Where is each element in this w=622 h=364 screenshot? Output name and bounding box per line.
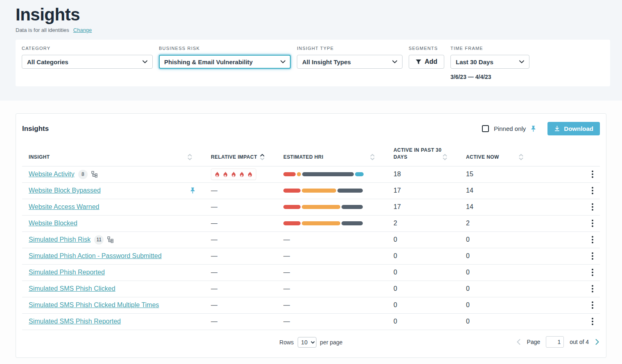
impact-empty: — — [211, 252, 217, 259]
row-menu-button[interactable] — [589, 234, 596, 245]
insight-link[interactable]: Website Blocked — [29, 220, 77, 227]
row-menu-button[interactable] — [589, 251, 596, 261]
insight-link[interactable]: Simulated SMS Phish Clicked Multiple Tim… — [29, 301, 159, 309]
active-now-value: 14 — [466, 203, 548, 211]
rows-per-page-select[interactable]: 10 — [297, 337, 316, 348]
active-past-30-value: 2 — [394, 220, 466, 227]
sort-carets-icon[interactable] — [188, 153, 192, 161]
pushpin-icon — [531, 126, 536, 132]
time-frame-select[interactable]: Last 30 Days — [450, 55, 529, 69]
row-menu-button[interactable] — [589, 169, 596, 180]
active-past-30-value: 0 — [394, 236, 466, 243]
table-row: Website Access Warned — 17 14 — [22, 199, 600, 216]
flame-icon — [231, 171, 236, 178]
download-button[interactable]: Download — [547, 122, 600, 135]
hri-segment-orange — [302, 205, 340, 209]
insights-card: Insights Pinned only Download INSIGHT RE… — [16, 113, 606, 358]
column-header-insight[interactable]: INSIGHT — [29, 153, 211, 161]
insight-link[interactable]: Website Activity — [29, 171, 75, 178]
impact-empty: — — [211, 285, 217, 292]
download-icon — [554, 126, 560, 132]
row-menu-button[interactable] — [589, 316, 596, 327]
active-past-30-value: 18 — [394, 171, 466, 178]
insight-link[interactable]: Simulated SMS Phish Reported — [29, 318, 121, 325]
sort-carets-icon[interactable] — [260, 153, 265, 161]
table-header: INSIGHT RELATIVE IMPACT ESTIMATED HRI AC… — [22, 147, 600, 166]
impact-empty: — — [211, 203, 217, 210]
active-past-30-value: 17 — [394, 203, 466, 211]
add-segment-button[interactable]: Add — [409, 55, 444, 69]
impact-flames — [211, 169, 256, 180]
per-page-label: per page — [320, 339, 342, 346]
row-pin — [190, 187, 195, 194]
impact-empty: — — [211, 318, 217, 325]
column-header-active-in-past-30-days[interactable]: ACTIVE IN PAST 30 DAYS — [394, 147, 466, 161]
active-past-30-value: 0 — [394, 252, 466, 260]
active-past-30-value: 0 — [394, 318, 466, 325]
pushpin-icon — [190, 187, 195, 194]
insight-count-badge: 11 — [94, 235, 104, 245]
chevron-down-icon — [519, 60, 524, 63]
hri-empty: — — [283, 252, 290, 259]
column-header-relative-impact[interactable]: RELATIVE IMPACT — [211, 153, 283, 161]
page-count-label: out of 4 — [570, 339, 589, 345]
insight-type-select[interactable]: All Insight Types — [297, 55, 403, 69]
active-now-value: 0 — [466, 301, 548, 309]
insight-link[interactable]: Simulated SMS Phish Clicked — [29, 285, 115, 292]
segments-filter-label: SEGMENTS — [409, 46, 444, 51]
chevron-left-icon — [517, 339, 520, 345]
hri-segment-orange — [302, 189, 336, 193]
impact-empty: — — [211, 301, 217, 308]
hri-bar — [283, 189, 394, 193]
sort-carets-icon[interactable] — [370, 153, 375, 161]
active-past-30-value: 0 — [394, 269, 466, 276]
flame-icon — [239, 171, 244, 178]
impact-empty: — — [211, 269, 217, 276]
chevron-down-icon — [392, 60, 397, 63]
row-menu-button[interactable] — [589, 283, 596, 294]
hri-empty: — — [283, 285, 290, 292]
active-now-value: 0 — [466, 318, 548, 325]
row-menu-button[interactable] — [589, 202, 596, 212]
page-label: Page — [527, 339, 541, 345]
hri-bar — [283, 172, 394, 176]
row-menu-button[interactable] — [589, 218, 596, 229]
hri-empty: — — [283, 236, 290, 243]
insight-link[interactable]: Simulated Phish Risk — [29, 236, 90, 243]
business-risk-select[interactable]: Phishing & Email Vulnerability — [159, 55, 291, 69]
active-past-30-value: 0 — [394, 301, 466, 309]
insight-link[interactable]: Website Access Warned — [29, 203, 100, 211]
hri-empty: — — [283, 269, 290, 276]
page-number-input[interactable] — [546, 336, 564, 348]
column-header-active-now[interactable]: ACTIVE NOW — [466, 153, 548, 161]
insight-link[interactable]: Simulated Phish Action - Password Submit… — [29, 252, 162, 260]
business-risk-filter-label: BUSINESS RISK — [159, 46, 291, 51]
row-menu-button[interactable] — [589, 185, 596, 196]
hri-segment-orange — [297, 172, 301, 176]
sort-carets-icon[interactable] — [443, 153, 447, 161]
impact-empty: — — [211, 220, 217, 227]
category-select[interactable]: All Categories — [22, 55, 153, 69]
impact-empty: — — [211, 236, 217, 243]
card-title: Insights — [22, 125, 49, 133]
insight-link[interactable]: Website Block Bypassed — [29, 187, 101, 194]
column-header-estimated-hri[interactable]: ESTIMATED HRI — [283, 153, 394, 161]
filter-bar: CATEGORY All Categories BUSINESS RISK Ph… — [16, 40, 610, 86]
previous-page-button[interactable] — [516, 338, 521, 346]
insight-link[interactable]: Simulated Phish Reported — [29, 269, 105, 276]
row-menu-button[interactable] — [589, 267, 596, 278]
table-row: Simulated Phish Action - Password Submit… — [22, 248, 600, 265]
next-page-button[interactable] — [595, 338, 600, 346]
table-row: Simulated Phish Risk11 — — 0 0 — [22, 232, 600, 248]
hri-segment-slate — [337, 189, 363, 193]
sort-carets-icon[interactable] — [519, 153, 523, 161]
change-scope-link[interactable]: Change — [73, 27, 92, 33]
row-menu-button[interactable] — [589, 300, 596, 310]
hri-segment-red — [283, 172, 296, 176]
active-now-value: 14 — [466, 187, 548, 194]
hri-segment-slate — [342, 221, 363, 225]
time-frame-date-range: 3/6/23 — 4/4/23 — [450, 74, 529, 80]
insight-count-badge: 8 — [78, 170, 88, 179]
pinned-only-checkbox[interactable] — [482, 125, 489, 132]
identities-scope-text: Data is for all identities — [16, 27, 69, 33]
